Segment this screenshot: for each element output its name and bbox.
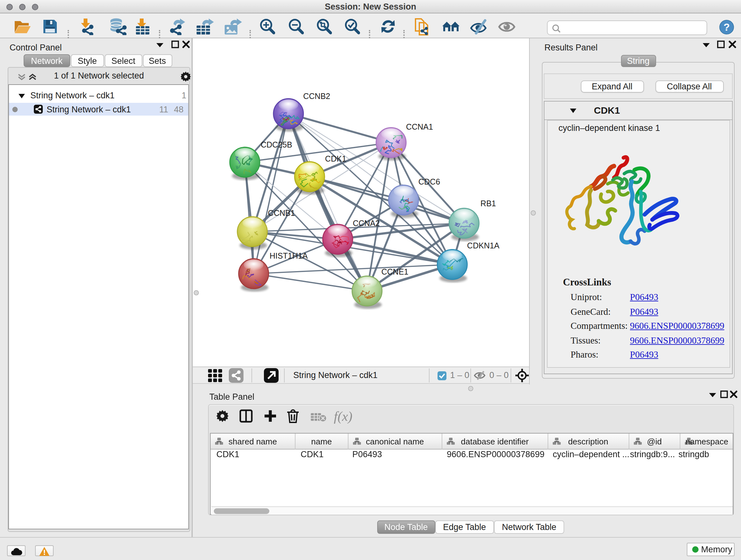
svg-text:HIST1H1A: HIST1H1A (269, 251, 308, 260)
svg-text:CCNB1: CCNB1 (268, 208, 295, 217)
svg-text:CCNB2: CCNB2 (303, 91, 330, 101)
svg-text:CDK1: CDK1 (325, 154, 346, 163)
svg-text:?: ? (724, 21, 730, 33)
svg-text:RB1: RB1 (480, 199, 496, 208)
svg-text:CDC6: CDC6 (418, 177, 440, 186)
svg-text:CDKN1A: CDKN1A (467, 241, 499, 250)
svg-text:CCNA2: CCNA2 (352, 219, 380, 228)
svg-text:CCNA1: CCNA1 (406, 122, 433, 131)
svg-text:CCNE1: CCNE1 (381, 267, 408, 276)
svg-text:CDC25B: CDC25B (260, 140, 292, 149)
